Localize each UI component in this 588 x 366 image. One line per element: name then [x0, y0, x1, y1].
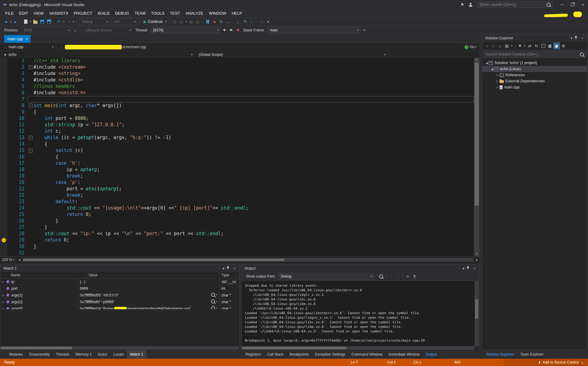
solution-platforms-combo[interactable]: x64▾ [111, 18, 137, 25]
next-message-icon[interactable]: ↓ [395, 273, 401, 279]
code-line-13[interactable]: 13− while ((c = getopt(argc, argv, "h:p:… [0, 135, 474, 141]
code-line-30[interactable]: 30} [0, 243, 474, 250]
new-file-icon-dropdown[interactable]: ▾ [29, 20, 32, 23]
breakpoint-margin[interactable] [0, 122, 7, 128]
flag-marked-threads-icon[interactable]: ⚑ [235, 27, 241, 33]
switch-views-icon-dropdown[interactable]: ▾ [510, 44, 513, 47]
process-combo[interactable]: [N/A]▾ [21, 27, 71, 34]
breakpoint-margin[interactable] [0, 96, 7, 102]
properties-icon[interactable]: ⚙ [560, 43, 566, 49]
code-line-23[interactable]: 23 default: [0, 199, 474, 205]
pin-icon[interactable] [574, 36, 580, 41]
breakpoint-margin[interactable] [0, 199, 7, 205]
expand-icon[interactable]: ▷ [2, 294, 6, 297]
code-line-6[interactable]: 6#include <unistd.h> [0, 90, 474, 96]
find-message-icon[interactable] [378, 273, 384, 279]
scroll-up-icon[interactable]: ▲ [474, 58, 479, 62]
watch-header[interactable]: Watch 1 ▾ × [0, 265, 239, 272]
code-editor[interactable]: 1//c++ std library2−#include <iostream>3… [0, 58, 479, 256]
code-line-1[interactable]: 1//c++ std library [0, 58, 474, 64]
output-vertical-scrollbar[interactable] [475, 281, 479, 346]
breakpoint-margin[interactable] [0, 218, 7, 224]
breakpoint-margin[interactable] [0, 141, 7, 147]
watch-row-port[interactable]: port9999int [0, 285, 239, 292]
tree-item-echo-linux[interactable]: ◢echo (Linux) [482, 66, 587, 72]
nav-goto-icon[interactable]: → [58, 44, 64, 50]
code-line-25[interactable]: 25 return 0; [0, 211, 474, 218]
new-file-icon[interactable] [23, 19, 29, 25]
stop-debugging-icon[interactable]: ■ [211, 19, 217, 25]
nav-forward-icon[interactable]: ► [13, 19, 19, 25]
code-line-11[interactable]: 11 std::string ip = "127.0.0.1"; [0, 122, 474, 128]
solution-explorer-search-input[interactable]: Search Solution Explorer (Ctrl+;) [483, 51, 586, 58]
breakpoint-margin[interactable] [0, 243, 7, 250]
thread-combo[interactable]: [8376]▾ [151, 27, 220, 34]
code-line-8[interactable]: 8−int main(int argc, char* argv[]) [0, 102, 474, 109]
menu-vassistx[interactable]: VASSISTX [46, 9, 71, 17]
breakpoint-margin[interactable] [0, 173, 7, 179]
editor-horizontal-scrollbar[interactable] [23, 258, 474, 262]
breakpoint-margin[interactable] [0, 135, 7, 141]
redo-icon[interactable]: ↷ [66, 19, 72, 25]
menu-tools[interactable]: TOOLS [148, 9, 167, 17]
watch-row-ip[interactable]: ▷ip{...}std::__cx [0, 278, 239, 285]
tab-memory-1[interactable]: Memory 1 [72, 350, 95, 359]
breakpoint-margin[interactable] [0, 205, 7, 211]
menu-view[interactable]: VIEW [31, 9, 46, 17]
text-visualizer-icon[interactable] [211, 293, 215, 297]
tab-registers[interactable]: Registers [242, 350, 264, 359]
code-line-3[interactable]: 3#include <string> [0, 70, 474, 77]
scope-combo[interactable]: (Global Scope) ▾ [195, 51, 389, 58]
step-into-icon[interactable]: ↓ [235, 19, 241, 25]
breakpoint-margin[interactable] [0, 83, 7, 90]
code-line-15[interactable]: 15− switch (c) [0, 147, 474, 154]
tab-call-stack[interactable]: Call Stack [264, 350, 287, 359]
code-line-2[interactable]: 2−#include <iostream> [0, 64, 474, 70]
visualizer-dropdown-icon[interactable]: ▾ [215, 300, 218, 303]
sync-with-active-document-icon[interactable]: ⇄ [527, 43, 533, 49]
breakpoint-margin[interactable] [0, 128, 7, 135]
expand-arrow-icon[interactable]: ▷ [496, 74, 500, 77]
watch-column-headers[interactable]: Name Value Type [0, 272, 239, 278]
expand-icon[interactable]: ▷ [2, 280, 6, 283]
window-position-icon[interactable]: ▾ [461, 267, 466, 271]
breakpoint-margin[interactable] [0, 224, 7, 231]
menu-help[interactable]: HELP [229, 9, 245, 17]
menu-debug[interactable]: DEBUG [112, 9, 132, 17]
breakpoint-margin[interactable] [0, 147, 7, 154]
menu-edit[interactable]: EDIT [16, 9, 31, 17]
redo-icon-dropdown[interactable]: ▾ [72, 20, 75, 23]
break-all-icon[interactable] [205, 19, 211, 25]
fold-marker-icon[interactable]: − [29, 149, 33, 152]
tab-autos[interactable]: Autos [95, 350, 110, 359]
code-line-20[interactable]: 20 case 'p': [0, 179, 474, 186]
close-icon[interactable]: × [580, 36, 585, 40]
sign-in-person-icon[interactable] [468, 2, 473, 7]
nav-back-icon-dropdown[interactable]: ▾ [9, 20, 12, 23]
fold-marker-icon[interactable]: − [29, 65, 33, 69]
breakpoint-current-statement-indicator[interactable]: → [2, 238, 6, 242]
menu-test[interactable]: TEST [167, 9, 183, 17]
se-forward-icon[interactable]: ► [490, 43, 497, 49]
breakpoint-margin[interactable] [0, 250, 7, 256]
code-line-24[interactable]: 24 std::cout << "[usage]:\n\t"<<argv[0] … [0, 205, 474, 211]
close-icon[interactable]: × [232, 267, 237, 270]
breakpoint-margin[interactable] [0, 90, 7, 96]
solution-explorer-header[interactable]: Solution Explorer ▾ × [482, 34, 587, 42]
expand-arrow-icon[interactable]: ▷ [496, 86, 500, 89]
tree-item-solution-echo-1-project[interactable]: ◢Solution 'echo' (1 project) [482, 60, 587, 66]
menu-analyze[interactable]: ANALYZE [183, 9, 206, 17]
collapse-arrow-icon[interactable]: ◢ [485, 61, 489, 64]
thread-spinner-icon[interactable]: ↕ [72, 27, 78, 33]
preview-selected-items-icon[interactable]: ▣ [554, 43, 560, 49]
output-horizontal-scrollbar[interactable] [242, 346, 475, 350]
code-line-27[interactable]: 27 } [0, 224, 474, 231]
breakpoint-margin[interactable] [0, 160, 7, 167]
clear-all-icon[interactable]: × [405, 273, 411, 279]
context-combo[interactable]: ◆ echo ▾ [0, 51, 195, 58]
tab-modules[interactable]: Modules [6, 350, 26, 359]
menu-build[interactable]: BUILD [95, 9, 112, 17]
tab-output[interactable]: Output [423, 350, 440, 359]
expand-arrow-icon[interactable]: ▷ [496, 80, 500, 83]
save-icon[interactable] [39, 19, 45, 25]
